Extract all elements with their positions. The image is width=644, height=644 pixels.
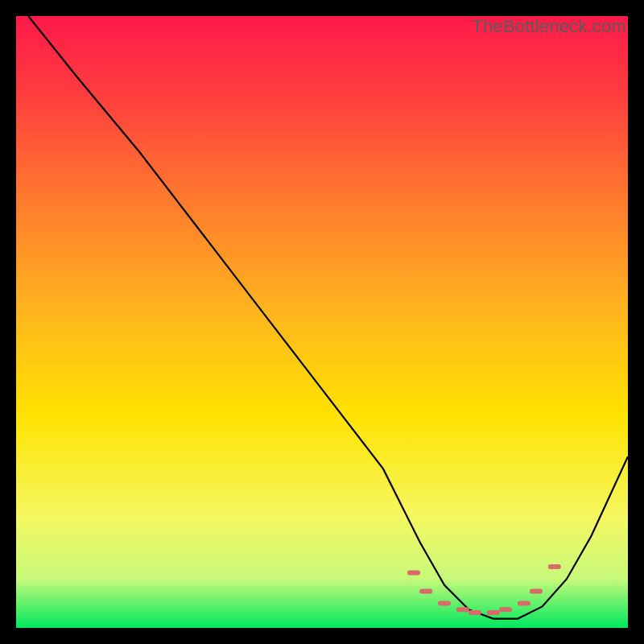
marker-dot xyxy=(469,610,481,615)
marker-dot xyxy=(407,571,420,576)
marker-dot xyxy=(530,588,543,593)
marker-dot xyxy=(487,610,500,615)
chart-svg xyxy=(16,16,628,628)
marker-dot xyxy=(548,564,561,569)
marker-dot xyxy=(456,607,469,612)
gradient-background xyxy=(16,16,628,628)
watermark-text: TheBottleneck.com xyxy=(472,16,626,37)
marker-dot xyxy=(499,607,512,612)
marker-dot xyxy=(518,601,530,606)
chart-frame: TheBottleneck.com xyxy=(16,16,628,628)
marker-dot xyxy=(438,601,451,606)
marker-dot xyxy=(419,588,432,593)
